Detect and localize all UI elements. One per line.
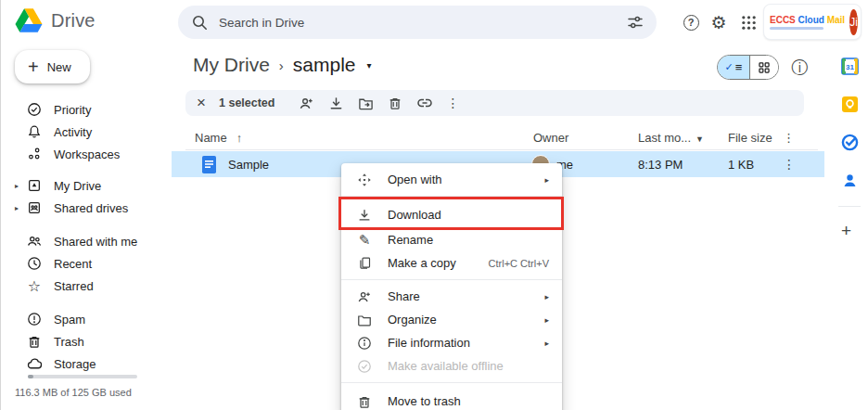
search-icon	[191, 14, 208, 31]
drive-brand[interactable]: Drive	[15, 8, 96, 32]
account-chip[interactable]: ECCS Cloud Mail Ji	[763, 4, 862, 40]
column-name[interactable]: Name	[195, 131, 227, 145]
check-icon: ✓	[725, 61, 734, 73]
search-input[interactable]: Search in Drive	[178, 6, 657, 39]
submenu-arrow-icon: ▸	[544, 175, 549, 185]
sidebar-item-activity[interactable]: Activity	[0, 121, 172, 143]
spam-icon	[26, 311, 43, 327]
drive-logo-icon	[15, 8, 43, 32]
menu-item-open-with[interactable]: Open with ▸	[341, 168, 562, 191]
menu-separator	[341, 196, 562, 197]
sort-ascending-icon[interactable]: ↑	[236, 131, 243, 145]
row-more-actions-icon[interactable]: ⋮	[783, 157, 796, 172]
contacts-icon[interactable]	[841, 172, 859, 189]
add-panel-app-icon[interactable]: +	[841, 221, 851, 241]
svg-text:31: 31	[846, 63, 854, 71]
sidebar-item-spam[interactable]: Spam	[0, 308, 172, 330]
file-size: 1 KB	[728, 158, 754, 172]
breadcrumb-root[interactable]: My Drive	[193, 54, 270, 76]
sidebar-item-storage[interactable]: Storage	[0, 352, 172, 375]
top-header: Drive Search in Drive ? ⚙ ECCS Cloud Mai…	[0, 0, 868, 45]
list-view-button[interactable]: ✓ ≡	[718, 56, 749, 79]
window-edge	[0, 0, 1, 410]
tasks-icon[interactable]	[841, 134, 859, 151]
menu-item-share[interactable]: Share ▸	[341, 285, 562, 308]
download-icon[interactable]	[321, 92, 351, 114]
grid-view-icon	[758, 61, 771, 74]
selection-toolbar: × 1 selected ⋮	[185, 90, 804, 116]
settings-gear-icon[interactable]: ⚙	[708, 12, 729, 32]
my-drive-icon	[26, 177, 43, 194]
menu-item-download[interactable]: Download	[341, 201, 562, 228]
selected-count: 1 selected	[219, 96, 274, 109]
priority-check-icon	[26, 101, 43, 118]
org-tagline	[770, 27, 823, 30]
sidebar-item-starred[interactable]: ☆ Starred	[0, 275, 172, 297]
list-icon: ≡	[735, 60, 743, 74]
download-icon	[356, 207, 373, 224]
view-toggle: ✓ ≡	[717, 55, 779, 80]
sidebar-item-shared-drives[interactable]: ▸ Shared drives	[0, 197, 172, 219]
clock-icon	[26, 255, 43, 272]
search-options-icon[interactable]	[627, 14, 644, 31]
folder-icon	[356, 312, 373, 328]
menu-item-organize[interactable]: Organize ▸	[341, 308, 562, 331]
plus-icon: +	[28, 58, 39, 76]
trash-icon[interactable]	[380, 92, 410, 114]
grid-view-button[interactable]	[749, 56, 778, 79]
breadcrumb-current[interactable]: sample	[293, 54, 356, 76]
menu-separator	[341, 279, 562, 280]
menu-item-rename[interactable]: ✎ Rename	[341, 228, 562, 251]
share-person-add-icon	[356, 288, 373, 305]
column-owner[interactable]: Owner	[533, 131, 568, 145]
user-avatar[interactable]: Ji	[849, 9, 858, 35]
menu-item-move-to-trash[interactable]: Move to trash	[341, 388, 562, 410]
share-person-add-icon[interactable]	[291, 92, 321, 114]
apps-grid-icon[interactable]	[738, 12, 759, 32]
new-button[interactable]: + New	[15, 50, 90, 83]
sidebar-item-workspaces[interactable]: Workspaces	[0, 143, 172, 165]
submenu-arrow-icon: ▸	[544, 315, 549, 325]
context-menu: Open with ▸ Download ✎ Rename Make a cop…	[341, 163, 562, 410]
column-file-size[interactable]: File size	[728, 131, 772, 145]
keep-icon[interactable]	[841, 96, 859, 113]
sidebar-item-trash[interactable]: Trash	[0, 330, 172, 352]
details-info-icon[interactable]: ⓘ	[791, 57, 808, 79]
workspaces-icon	[26, 146, 43, 162]
open-with-icon	[356, 172, 373, 188]
more-actions-icon[interactable]: ⋮	[440, 96, 466, 110]
star-icon: ☆	[26, 277, 43, 294]
column-last-modified[interactable]: Last mo...▼	[638, 131, 704, 145]
menu-separator	[341, 382, 562, 383]
search-placeholder: Search in Drive	[219, 16, 616, 30]
expand-caret-icon[interactable]: ▸	[15, 182, 19, 190]
move-to-folder-icon[interactable]	[351, 92, 380, 114]
menu-item-file-information[interactable]: File information ▸	[341, 331, 562, 354]
menu-item-make-a-copy[interactable]: Make a copy Ctrl+C Ctrl+V	[341, 251, 562, 275]
breadcrumb-dropdown-icon[interactable]: ▾	[367, 60, 372, 70]
get-link-icon[interactable]	[410, 92, 440, 114]
caret-down-icon: ▼	[696, 135, 704, 144]
expand-caret-icon[interactable]: ▸	[15, 204, 19, 212]
help-icon[interactable]: ?	[681, 12, 701, 32]
sidebar-item-shared-with-me[interactable]: Shared with me	[0, 230, 172, 252]
calendar-icon[interactable]: 31	[841, 58, 859, 75]
people-icon	[26, 233, 43, 250]
storage-progress-fill	[28, 375, 33, 378]
sidebar-item-recent[interactable]: Recent	[0, 252, 172, 275]
column-options-icon[interactable]: ⋮	[783, 131, 795, 145]
shared-drives-icon	[26, 199, 43, 216]
submenu-arrow-icon: ▸	[544, 339, 549, 348]
storage-progress-bar	[28, 375, 137, 378]
trash-icon	[356, 393, 373, 410]
breadcrumb-chevron-icon: ›	[279, 58, 284, 73]
keyboard-shortcut: Ctrl+C Ctrl+V	[489, 258, 549, 269]
info-icon	[356, 335, 373, 352]
menu-item-make-available-offline: Make available offline	[341, 354, 562, 378]
clear-selection-icon[interactable]: ×	[197, 94, 219, 112]
org-logo: ECCS Cloud Mail	[770, 15, 845, 30]
google-docs-icon	[202, 156, 216, 173]
trash-icon	[26, 333, 43, 350]
sidebar-item-priority[interactable]: Priority	[0, 98, 172, 121]
sidebar-item-my-drive[interactable]: ▸ My Drive	[0, 174, 172, 197]
